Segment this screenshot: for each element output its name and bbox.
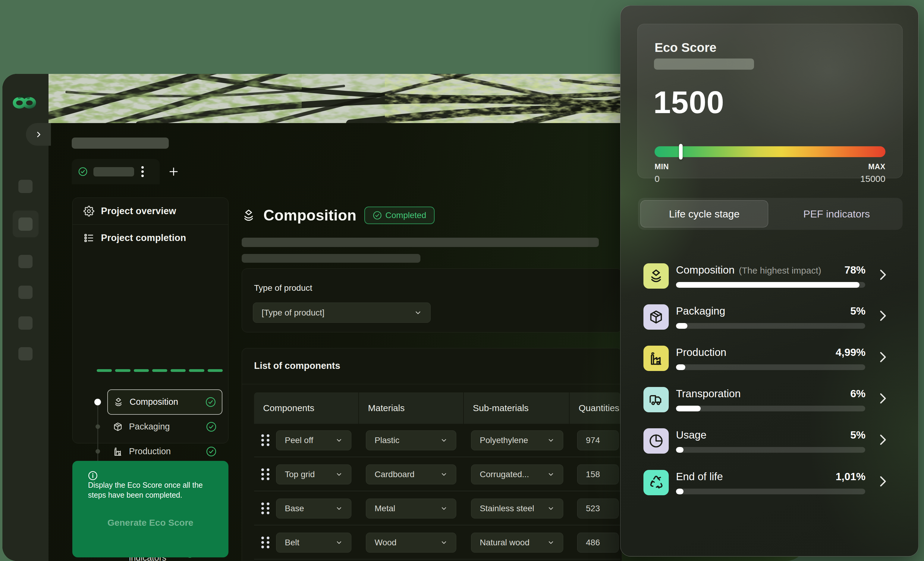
tab-pef-indicators[interactable]: PEF indicators bbox=[773, 200, 900, 227]
cta-info-text: Display the Eco Score once all the steps… bbox=[88, 480, 222, 500]
step-composition[interactable]: Composition bbox=[107, 390, 222, 415]
eco-score-cta-card: Display the Eco Score once all the steps… bbox=[72, 461, 228, 557]
sidebar-item-1[interactable] bbox=[18, 180, 33, 193]
component-select[interactable]: Belt bbox=[276, 532, 351, 552]
table-header: Components Materials Sub-materials Quant… bbox=[254, 393, 621, 424]
impact-value: 1,01% bbox=[836, 471, 866, 483]
sidebar-item-6[interactable] bbox=[18, 347, 33, 360]
col-quantities: Quantities bbox=[570, 393, 621, 424]
impact-value: 78% bbox=[844, 264, 866, 276]
material-select[interactable]: Metal bbox=[366, 499, 456, 519]
project-overview-item[interactable]: Project overview bbox=[73, 203, 228, 219]
divider bbox=[242, 384, 622, 384]
impact-row-composition[interactable]: Composition(The highest impact) 78% bbox=[638, 256, 903, 296]
sub-material-select[interactable]: Natural wood bbox=[471, 532, 563, 552]
quantity-input[interactable]: 974 bbox=[577, 430, 619, 450]
type-of-product-label: Type of product bbox=[254, 283, 312, 293]
tab-life-cycle-stage[interactable]: Life cycle stage bbox=[640, 200, 768, 227]
chevron-right-icon bbox=[879, 433, 888, 447]
step-packaging[interactable]: Packaging bbox=[107, 416, 222, 437]
max-label: MAX bbox=[868, 162, 885, 171]
generate-eco-score-button[interactable]: Generate Eco Score bbox=[72, 517, 228, 528]
eco-score-value: 1500 bbox=[653, 84, 724, 120]
chevron-down-icon bbox=[335, 471, 343, 478]
chevron-down-icon bbox=[440, 539, 447, 546]
eco-panel-tabs: Life cycle stage PEF indicators bbox=[638, 198, 903, 230]
drag-handle-icon[interactable] bbox=[261, 468, 270, 480]
sidebar-item-4[interactable] bbox=[18, 286, 33, 299]
chevron-right-icon bbox=[879, 268, 888, 281]
impact-row-end-of-life[interactable]: End of life 1,01% bbox=[638, 462, 903, 503]
type-of-product-card: Type of product [Type of product] bbox=[242, 268, 622, 332]
project-tab[interactable] bbox=[72, 159, 160, 184]
type-of-product-select[interactable]: [Type of product] bbox=[253, 302, 430, 323]
impact-progress bbox=[676, 364, 865, 370]
chevron-down-icon bbox=[547, 471, 555, 478]
chevron-down-icon bbox=[440, 437, 447, 444]
project-completion-label: Project completion bbox=[101, 233, 186, 244]
min-label: MIN bbox=[655, 162, 669, 171]
factory-icon bbox=[113, 447, 123, 457]
impact-label: Usage bbox=[676, 429, 706, 441]
add-tab-button[interactable] bbox=[167, 165, 180, 178]
section-title: Composition bbox=[263, 207, 357, 224]
project-overview-label: Project overview bbox=[101, 206, 176, 217]
quantity-input[interactable]: 486 bbox=[577, 532, 619, 552]
sidebar-item-3[interactable] bbox=[18, 255, 33, 268]
sidebar-item-2-selected[interactable] bbox=[13, 211, 39, 238]
material-select[interactable]: Plastic bbox=[366, 430, 456, 450]
quantity-input[interactable]: 158 bbox=[577, 465, 619, 484]
sidebar-expand-button[interactable] bbox=[26, 123, 51, 146]
page: Project overview Project completion bbox=[0, 0, 924, 561]
material-select[interactable]: Cardboard bbox=[366, 465, 456, 484]
chevron-down-icon bbox=[547, 505, 555, 512]
component-select[interactable]: Peel off bbox=[276, 430, 351, 450]
eco-score-subtitle-skeleton bbox=[654, 59, 754, 70]
component-select[interactable]: Top grid bbox=[276, 465, 351, 484]
impact-row-packaging[interactable]: Packaging 5% bbox=[638, 296, 903, 337]
gear-icon bbox=[84, 206, 94, 217]
drag-handle-icon[interactable] bbox=[261, 537, 270, 548]
chevron-down-icon bbox=[335, 505, 343, 512]
chevron-right-icon bbox=[879, 350, 888, 364]
plus-icon bbox=[168, 165, 180, 177]
sub-material-select[interactable]: Stainless steel bbox=[471, 499, 563, 519]
impact-value: 4,99% bbox=[836, 346, 866, 358]
impact-label: Transporation bbox=[676, 388, 741, 400]
timeline-dot bbox=[96, 449, 100, 454]
package-icon bbox=[113, 422, 123, 432]
components-title: List of components bbox=[254, 360, 340, 371]
impact-progress bbox=[676, 447, 865, 453]
eco-score-panel: Eco Score 1500 MIN 0 MAX 15000 Life cycl… bbox=[620, 5, 919, 556]
impact-progress bbox=[676, 282, 865, 288]
impact-row-usage[interactable]: Usage 5% bbox=[638, 420, 903, 462]
drag-handle-icon[interactable] bbox=[261, 434, 270, 446]
step-production[interactable]: Production bbox=[107, 441, 222, 462]
drag-handle-icon[interactable] bbox=[261, 502, 270, 514]
table-row: Belt Wood Natural wood 486 bbox=[254, 526, 621, 559]
tab-title-skeleton bbox=[93, 167, 134, 176]
chevron-right-icon bbox=[879, 392, 888, 405]
impact-row-production[interactable]: Production 4,99% bbox=[638, 338, 903, 379]
impact-label: Packaging bbox=[676, 305, 725, 317]
description-skeleton-1 bbox=[242, 238, 599, 247]
project-completion-item[interactable]: Project completion bbox=[73, 230, 228, 246]
sidebar-item-2-icon bbox=[18, 218, 33, 231]
sub-material-select[interactable]: Corrugated... bbox=[471, 465, 563, 484]
quantity-input[interactable]: 523 bbox=[577, 499, 619, 519]
sub-material-select[interactable]: Polyethylene bbox=[471, 430, 563, 450]
chevron-down-icon bbox=[335, 539, 343, 546]
sidebar-item-5[interactable] bbox=[18, 316, 33, 330]
impact-row-transporation[interactable]: Transporation 6% bbox=[638, 379, 903, 420]
impact-note: (The highest impact) bbox=[739, 265, 821, 275]
divider bbox=[73, 224, 228, 225]
impact-progress bbox=[676, 489, 865, 494]
col-components: Components bbox=[254, 393, 359, 424]
component-select[interactable]: Base bbox=[276, 499, 351, 519]
truck-icon bbox=[644, 387, 669, 412]
tab-menu-icon[interactable] bbox=[141, 166, 144, 177]
table-row: Top grid Cardboard Corrugated... 158 bbox=[254, 458, 621, 491]
material-select[interactable]: Wood bbox=[366, 532, 456, 552]
chevron-right-icon bbox=[879, 475, 888, 488]
check-circle-icon bbox=[206, 422, 216, 432]
